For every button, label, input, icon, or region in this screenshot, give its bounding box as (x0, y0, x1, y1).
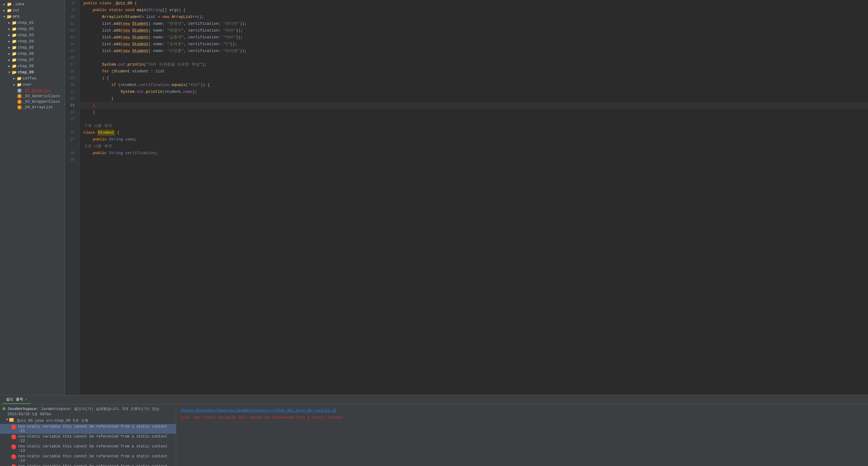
chevron-right-icon: ▶ (7, 21, 11, 25)
tab-build-output[interactable]: 빌드 출력 ✕ (2, 396, 31, 404)
build-output-right: /Users/dksqudwns/Desktop/JavaWorkspace/s… (176, 404, 868, 466)
bottom-tabs: 빌드 출력 ✕ (0, 395, 868, 404)
sidebar-item-user[interactable]: ▶ 📁 user (0, 82, 65, 88)
sidebar-item-chap09[interactable]: ▼ 📂 chap_09 (0, 69, 65, 76)
bottom-content: JavaWorkspace: JavaWorkspace: 빌드이(가) 실패했… (0, 404, 868, 466)
chevron-right-icon: ▶ (7, 52, 11, 56)
sidebar-item-label: _02_GenericClass (23, 94, 60, 98)
chevron-right-icon: ▶ (2, 2, 6, 6)
chevron-right-icon: ▶ (7, 46, 11, 50)
sidebar-item-chap01[interactable]: ▶ 📁 chap_01 (0, 20, 65, 26)
code-editor[interactable]: ▶ 8 ▶ 9 10 11 12 13 14 15 16 17 18 19 20… (65, 0, 868, 395)
folder-icon: 📁 (17, 76, 22, 81)
sidebar-item-chap05[interactable]: ▶ 📁 chap_05 (0, 45, 65, 51)
line-num-13: 13 (67, 34, 77, 41)
code-line-21: System.out.println(student.name); (80, 88, 868, 95)
line-num-11: 11 (67, 21, 77, 27)
bottom-panel: 빌드 출력 ✕ JavaWorkspace: JavaWorkspace: 빌드… (0, 395, 868, 466)
sidebar-item-chap07[interactable]: ▶ 📁 chap_07 (0, 57, 65, 63)
sidebar-item-chap04[interactable]: ▶ 📁 chap_04 (0, 38, 65, 45)
line-num-18: 18 (67, 68, 77, 75)
line-num-25: 25 (67, 116, 77, 122)
java-file-icon: C (17, 99, 22, 104)
chevron-right-icon: ▶ (7, 33, 11, 37)
right-error-link: /Users/dksqudwns/Desktop/JavaWorkspace/s… (180, 407, 864, 414)
error-text-3: non-static variable this cannot be refer… (18, 444, 174, 453)
error-line-2[interactable]: 🔴 non-static variable this cannot be ref… (0, 434, 176, 444)
file-entry-line[interactable]: ▼ _Quiz_09.java src/chap_09 5개 오류 (0, 417, 176, 424)
code-line-10: ArrayList<Student> list = new ArrayList<… (80, 13, 868, 21)
right-error-message: java: non-static variable this cannot be… (180, 414, 864, 421)
sidebar-item-label: chap_06 (18, 52, 34, 56)
sidebar-item-genericclass[interactable]: C _02_GenericClass (0, 93, 65, 99)
sidebar-item-label: coffee (23, 77, 36, 81)
chevron-down-icon: ▼ (7, 70, 11, 74)
sidebar-item-chap08[interactable]: ▶ 📁 chap_08 (0, 63, 65, 69)
java-file-icon: C (17, 105, 22, 110)
sidebar-item-chap06[interactable]: ▶ 📁 chap_06 (0, 51, 65, 57)
sidebar-item-src[interactable]: ▼ 📂 src (0, 13, 65, 20)
chevron-right-icon: ▶ (12, 77, 16, 81)
code-line-27: public String name; (80, 136, 868, 143)
error-text-2: non-static variable this cannot be refer… (18, 434, 174, 443)
chevron-right-icon: ▶ (12, 83, 16, 87)
sidebar-item-chap02[interactable]: ▶ 📁 chap_02 (0, 26, 65, 32)
line-num-27: 27 (67, 136, 77, 143)
error-circle-icon: 🔴 (11, 434, 17, 440)
line-num-8: ▶ 8 (67, 0, 77, 7)
error-line-4[interactable]: 🔴 non-static variable this cannot be ref… (0, 454, 176, 464)
folder-icon-open: 📂 (12, 70, 17, 75)
sidebar-item-label: chap_03 (18, 33, 34, 37)
line-num-16: 16 (67, 55, 77, 61)
folder-icon: 📁 (12, 27, 17, 32)
java-file-icon: C (17, 88, 22, 93)
lightbulb-icon: 💡 (65, 103, 66, 108)
sidebar-item-label: chap_08 (18, 64, 34, 68)
chevron-right-icon: ▶ (7, 39, 11, 43)
line-num-9: ▶ 9 (67, 7, 77, 13)
line-numbers: ▶ 8 ▶ 9 10 11 12 13 14 15 16 17 18 19 20… (65, 0, 80, 395)
error-line-3[interactable]: 🔴 non-static variable this cannot be ref… (0, 444, 176, 454)
line-num-14: 14 (67, 41, 77, 48)
sidebar-item-coffee[interactable]: ▶ 📁 coffee (0, 76, 65, 82)
chevron-right-icon: ▶ (2, 9, 6, 12)
sidebar-item-chap03[interactable]: ▶ 📁 chap_03 (0, 32, 65, 38)
sidebar-item-label: src (13, 14, 20, 19)
error-line-5[interactable]: 🔴 non-static variable this cannot be ref… (0, 464, 176, 466)
line-num-19: 19 (67, 75, 77, 82)
sidebar-item-arraylist[interactable]: C _04_ArrayList (0, 105, 65, 110)
sidebar-item-generics[interactable]: C _01_Generics (0, 88, 65, 93)
folder-icon: 📁 (12, 64, 17, 69)
error-file-link[interactable]: /Users/dksqudwns/Desktop/JavaWorkspace/s… (180, 408, 336, 412)
code-line-14: list.add(new Student( name: "조세호", certi… (80, 41, 868, 48)
line-num-29: 29 (67, 156, 77, 164)
line-num-23: 💡 23 (67, 102, 77, 109)
sidebar-item-out[interactable]: ▶ 📁 out (0, 7, 65, 13)
code-line-28: public String certification; (80, 150, 868, 156)
sidebar-item-label: chap_02 (18, 27, 34, 31)
error-circle-icon: 🔴 (11, 425, 17, 430)
chevron-right-icon: ▶ (7, 64, 11, 68)
sidebar-item-label: chap_07 (18, 58, 34, 62)
code-line-13: list.add(new Student( name: "김종국", certi… (80, 34, 868, 41)
hint-line-2: 2개 사용 위치 (80, 143, 868, 150)
error-line-1[interactable]: 🔴 non-static variable this cannot be ref… (0, 424, 176, 434)
sidebar-item-idea[interactable]: ▶ 📁 .idea (0, 1, 65, 7)
error-circle-icon: 🔴 (11, 444, 17, 449)
code-content[interactable]: public class _Quiz_09 { public static vo… (80, 0, 868, 395)
editor-area: ▶ 8 ▶ 9 10 11 12 13 14 15 16 17 18 19 20… (65, 0, 868, 395)
code-line-11: list.add(new Student( name: "유재석", certi… (80, 21, 868, 27)
folder-icon-small (9, 418, 13, 422)
chevron-right-icon: ▶ (7, 58, 11, 62)
sidebar-item-label: chap_01 (18, 21, 34, 25)
folder-icon: 📁 (12, 58, 17, 62)
build-header-line[interactable]: JavaWorkspace: JavaWorkspace: 빌드이(가) 실패했… (0, 406, 176, 417)
code-line-23: ] (80, 102, 868, 109)
sidebar-item-wrapperclass[interactable]: C _03_WrapperClass (0, 99, 65, 105)
code-line-29 (80, 156, 868, 164)
tab-close-button[interactable]: ✕ (25, 397, 27, 401)
sidebar-item-label: .idea (13, 2, 24, 6)
error-text-1: non-static variable this cannot be refer… (18, 425, 174, 433)
expand-icon: ▼ (6, 418, 8, 421)
error-text-4: non-static variable this cannot be refer… (18, 454, 174, 463)
